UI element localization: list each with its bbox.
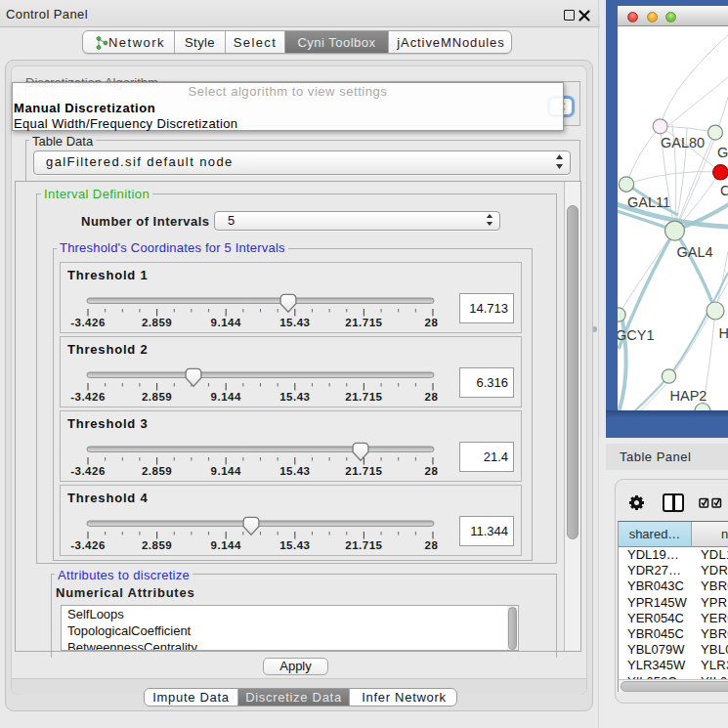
svg-text:2.859: 2.859 — [142, 465, 172, 477]
svg-text:H: H — [719, 325, 728, 341]
svg-text:9.144: 9.144 — [211, 539, 241, 551]
svg-text:21.715: 21.715 — [345, 391, 382, 403]
svg-text:GAL80: GAL80 — [661, 135, 705, 150]
svg-text:28: 28 — [425, 391, 439, 403]
svg-text:GAL11: GAL11 — [627, 194, 670, 210]
svg-text:21.715: 21.715 — [345, 317, 382, 328]
svg-text:21.715: 21.715 — [345, 465, 382, 477]
svg-text:2.859: 2.859 — [142, 317, 172, 328]
svg-text:GA: GA — [717, 145, 728, 160]
svg-text:GCY1: GCY1 — [618, 327, 655, 343]
svg-text:15.43: 15.43 — [279, 465, 310, 477]
svg-text:15.43: 15.43 — [279, 391, 310, 403]
svg-text:2.859: 2.859 — [142, 391, 172, 403]
svg-text:28: 28 — [425, 465, 439, 477]
svg-text:21.715: 21.715 — [345, 539, 382, 551]
svg-text:28: 28 — [425, 539, 439, 551]
svg-text:15.43: 15.43 — [279, 539, 310, 551]
svg-text:15.43: 15.43 — [279, 317, 310, 328]
svg-text:9.144: 9.144 — [211, 465, 241, 477]
svg-text:GAL4: GAL4 — [677, 244, 713, 260]
svg-text:C: C — [720, 183, 728, 198]
svg-text:-3.426: -3.426 — [70, 391, 106, 403]
svg-text:-3.426: -3.426 — [70, 317, 106, 328]
svg-text:-3.426: -3.426 — [70, 539, 106, 551]
svg-text:28: 28 — [425, 317, 439, 328]
svg-text:2.859: 2.859 — [142, 539, 172, 551]
svg-text:9.144: 9.144 — [211, 317, 241, 328]
svg-text:HAP2: HAP2 — [670, 388, 707, 404]
svg-text:9.144: 9.144 — [211, 391, 241, 403]
svg-text:-3.426: -3.426 — [70, 465, 106, 477]
